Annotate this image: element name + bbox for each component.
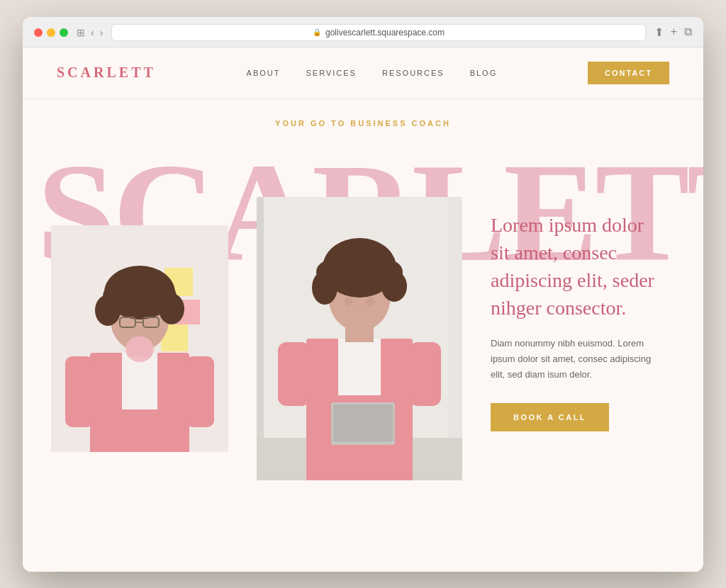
svg-point-32 xyxy=(316,259,350,285)
svg-rect-24 xyxy=(338,339,381,395)
svg-point-16 xyxy=(125,337,154,362)
site-header: SCARLETT ABOUT SERVICES RESOURCES BLOG C… xyxy=(23,47,703,99)
close-button[interactable] xyxy=(34,28,43,37)
svg-point-34 xyxy=(345,297,353,307)
svg-rect-18 xyxy=(186,356,214,427)
nav-item-resources[interactable]: RESOURCES xyxy=(382,69,445,77)
hero-content: Lorem ipsum dolor sit amet, consec adipi… xyxy=(23,154,703,509)
nav-item-services[interactable]: SERVICES xyxy=(306,69,357,77)
nav-item-blog[interactable]: BLOG xyxy=(470,69,498,77)
forward-button[interactable]: › xyxy=(100,27,104,38)
hero-body-text: Diam nonummy nibh euismod. Lorem ipsum d… xyxy=(491,336,661,383)
browser-window: ⊞ ‹ › 🔒 golivescarlett.squarespace.com ⬆… xyxy=(23,17,703,572)
svg-rect-39 xyxy=(409,342,441,406)
site-logo[interactable]: SCARLETT xyxy=(57,64,156,81)
back-button[interactable]: ‹ xyxy=(91,27,94,38)
svg-point-11 xyxy=(103,283,134,309)
svg-rect-38 xyxy=(278,342,310,406)
new-tab-icon[interactable]: + xyxy=(671,26,677,39)
hero-section: YOUR GO TO BUSINESS COACH SCARLETT SCARL… xyxy=(23,99,703,553)
share-icon[interactable]: ⬆ xyxy=(654,26,664,39)
hero-text-block: Lorem ipsum dolor sit amet, consec adipi… xyxy=(462,197,675,446)
address-bar[interactable]: 🔒 golivescarlett.squarespace.com xyxy=(111,24,645,41)
url-text: golivescarlett.squarespace.com xyxy=(325,28,445,38)
photo-left xyxy=(51,225,228,452)
svg-point-35 xyxy=(366,297,374,307)
contact-button[interactable]: CONTACT xyxy=(588,62,669,84)
person-center-illustration xyxy=(257,197,462,480)
svg-point-33 xyxy=(369,259,403,285)
tabs-icon[interactable]: ⧉ xyxy=(684,26,692,39)
svg-point-12 xyxy=(145,283,177,309)
nav-item-about[interactable]: ABOUT xyxy=(247,69,281,77)
photo-center xyxy=(257,197,462,480)
minimize-button[interactable] xyxy=(47,28,55,37)
traffic-lights xyxy=(34,28,68,37)
maximize-button[interactable] xyxy=(60,28,68,37)
svg-rect-37 xyxy=(333,405,393,441)
svg-rect-17 xyxy=(65,356,94,427)
website-container: SCARLETT ABOUT SERVICES RESOURCES BLOG C… xyxy=(23,47,703,572)
person-left-illustration xyxy=(51,225,228,452)
browser-chrome: ⊞ ‹ › 🔒 golivescarlett.squarespace.com ⬆… xyxy=(23,17,703,47)
browser-controls: ⊞ ‹ › xyxy=(77,27,103,38)
hero-tagline: YOUR GO TO BUSINESS COACH xyxy=(23,99,703,133)
hero-headline: Lorem ipsum dolor sit amet, consec adipi… xyxy=(491,211,661,322)
book-call-button[interactable]: BOOK A CALL xyxy=(491,403,609,431)
lock-icon: 🔒 xyxy=(313,28,321,36)
window-control-icon: ⊞ xyxy=(77,27,85,38)
site-nav: ABOUT SERVICES RESOURCES BLOG xyxy=(247,69,498,77)
browser-actions: ⬆ + ⧉ xyxy=(654,26,692,39)
